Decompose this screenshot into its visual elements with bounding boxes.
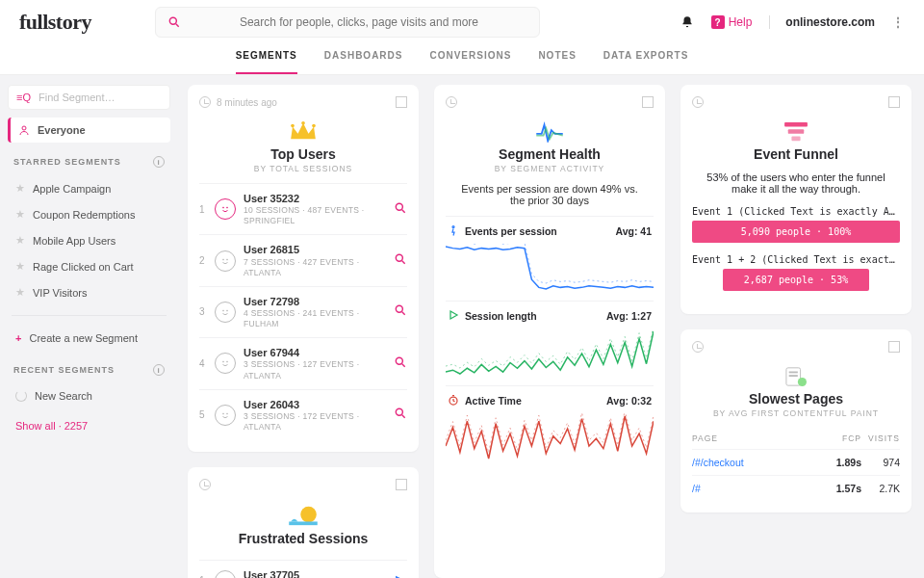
search-icon[interactable]: [394, 355, 407, 372]
user-name: User 35232: [244, 192, 386, 205]
star-icon: ★: [15, 260, 25, 273]
help-link[interactable]: ? Help: [711, 15, 753, 29]
svg-point-18: [223, 361, 224, 362]
funnel-step-bar[interactable]: 2,687 people · 53%: [723, 269, 868, 291]
svg-marker-31: [450, 311, 457, 319]
tab-conversions[interactable]: CONVERSIONS: [429, 44, 511, 74]
clock-icon: [692, 341, 704, 353]
global-search-input[interactable]: [191, 15, 527, 29]
expand-icon[interactable]: [888, 96, 900, 108]
metric-icon: [448, 224, 459, 238]
help-icon: ?: [711, 15, 725, 29]
svg-point-16: [396, 306, 402, 313]
sidebar-item[interactable]: New Search: [8, 383, 170, 408]
face-icon: [215, 302, 236, 323]
expand-icon[interactable]: [888, 341, 900, 353]
info-icon[interactable]: i: [153, 156, 165, 168]
table-row[interactable]: 3User 727984 SESSIONS · 241 EVENTS · FUL…: [199, 286, 407, 337]
table-row[interactable]: /#/checkout1.89s974: [692, 449, 900, 475]
svg-point-26: [300, 507, 317, 523]
card-subtitle: BY SEGMENT ACTIVITY: [446, 164, 654, 173]
table-row[interactable]: 2User 268157 SESSIONS · 427 EVENTS · ATL…: [199, 234, 407, 285]
search-icon[interactable]: [394, 407, 407, 423]
user-meta: 4 SESSIONS · 241 EVENTS · FULHAM: [244, 308, 386, 329]
svg-point-15: [227, 310, 228, 311]
funnel-step-bar[interactable]: 5,090 people · 100%: [692, 221, 900, 243]
user-name[interactable]: User 37705: [244, 568, 388, 578]
card-title: Top Users: [199, 146, 407, 162]
face-icon: [215, 405, 236, 426]
svg-line-17: [402, 312, 405, 315]
sidebar-item[interactable]: ★VIP Visitors: [8, 279, 170, 305]
svg-point-30: [452, 226, 454, 228]
sparkline: [446, 413, 654, 461]
card-top-users: 8 minutes ago Top Users BY TOTAL SESSION…: [188, 85, 419, 452]
pulse-icon: [535, 121, 564, 143]
svg-point-22: [223, 413, 224, 414]
search-icon[interactable]: [394, 303, 407, 320]
tab-data-exports[interactable]: DATA EXPORTS: [603, 44, 688, 74]
user-name: User 67944: [244, 346, 386, 359]
funnel-step-label: Event 1 + 2 (Clicked Text is exactly Pur…: [692, 254, 900, 265]
page-speed-icon: [783, 366, 808, 387]
funnel-summary: 53% of the users who enter the funnel ma…: [692, 171, 900, 206]
sidebar-item[interactable]: ★Rage Clicked on Cart: [8, 253, 170, 279]
global-search[interactable]: [155, 7, 540, 38]
tab-notes[interactable]: NOTES: [538, 44, 576, 74]
find-segment-input[interactable]: ≡Q Find Segment…: [8, 85, 170, 110]
funnel-step-label: Event 1 (Clicked Text is exactly Add to …: [692, 206, 900, 217]
sparkline: [446, 244, 654, 292]
bell-icon[interactable]: [680, 15, 694, 29]
metric-row: Events per sessionAvg: 41: [446, 216, 654, 242]
expand-icon[interactable]: [642, 96, 654, 108]
table-row[interactable]: 1User 3523210 SESSIONS · 487 EVENTS · SP…: [199, 183, 407, 234]
spinner-icon: [15, 390, 27, 402]
sidebar-item[interactable]: ★Apple Campaign: [8, 175, 170, 201]
info-icon[interactable]: i: [153, 364, 165, 376]
sidebar-item[interactable]: ★Mobile App Users: [8, 227, 170, 253]
search-icon[interactable]: [394, 201, 407, 218]
overflow-menu-icon[interactable]: ⋮: [892, 15, 905, 29]
svg-point-10: [223, 259, 224, 260]
dashboard-board: 8 minutes ago Top Users BY TOTAL SESSION…: [178, 75, 924, 578]
play-icon[interactable]: ▶: [396, 571, 407, 578]
table-row[interactable]: 5User 260433 SESSIONS · 172 EVENTS · ATL…: [199, 389, 407, 440]
svg-point-11: [227, 259, 228, 260]
search-icon: [167, 15, 181, 29]
funnel-icon: [783, 121, 808, 143]
create-segment[interactable]: + Create a new Segment: [8, 326, 170, 351]
card-event-funnel: Event Funnel 53% of the users who enter …: [680, 85, 911, 314]
metric-icon: [448, 309, 459, 323]
svg-rect-38: [789, 375, 798, 377]
expand-icon[interactable]: [396, 479, 407, 490]
svg-point-4: [301, 121, 305, 125]
sidebar-item-everyone[interactable]: Everyone: [8, 118, 170, 143]
star-icon: ★: [15, 286, 25, 299]
card-frustrated-sessions: Frustrated Sessions 1 User 37705 10 FRUS…: [188, 467, 419, 578]
user-name: User 26043: [244, 398, 386, 411]
svg-point-24: [396, 409, 402, 416]
table-row[interactable]: 4User 679443 SESSIONS · 127 EVENTS · ATL…: [199, 337, 407, 388]
expand-icon[interactable]: [396, 96, 407, 108]
metric-row: Session lengthAvg: 1:27: [446, 301, 654, 327]
tab-segments[interactable]: SEGMENTS: [236, 44, 297, 74]
fcp-value: 1.57s: [813, 483, 861, 494]
search-icon[interactable]: [394, 252, 407, 269]
svg-line-1: [176, 24, 179, 27]
table-header: PAGEFCPVISITS: [692, 428, 900, 449]
account-domain[interactable]: onlinestore.com: [769, 15, 875, 29]
table-row[interactable]: /#1.57s2.7K: [692, 475, 900, 501]
sidebar-item-label: Coupon Redemptions: [33, 209, 135, 221]
person-icon: [18, 124, 30, 136]
tab-dashboards[interactable]: DASHBOARDS: [324, 44, 403, 74]
show-all-link[interactable]: Show all · 2257: [8, 412, 170, 439]
sidebar-item-label: Rage Clicked on Cart: [33, 261, 134, 273]
clock-icon: [199, 479, 211, 490]
visits-value: 974: [861, 457, 900, 468]
svg-point-6: [223, 207, 224, 208]
filter-icon: ≡Q: [16, 92, 31, 103]
health-message: Events per session are down 49% vs. the …: [446, 183, 654, 216]
crown-icon: [289, 121, 318, 143]
sidebar-item[interactable]: ★Coupon Redemptions: [8, 201, 170, 227]
card-segment-health: Segment Health BY SEGMENT ACTIVITY Event…: [434, 85, 665, 578]
